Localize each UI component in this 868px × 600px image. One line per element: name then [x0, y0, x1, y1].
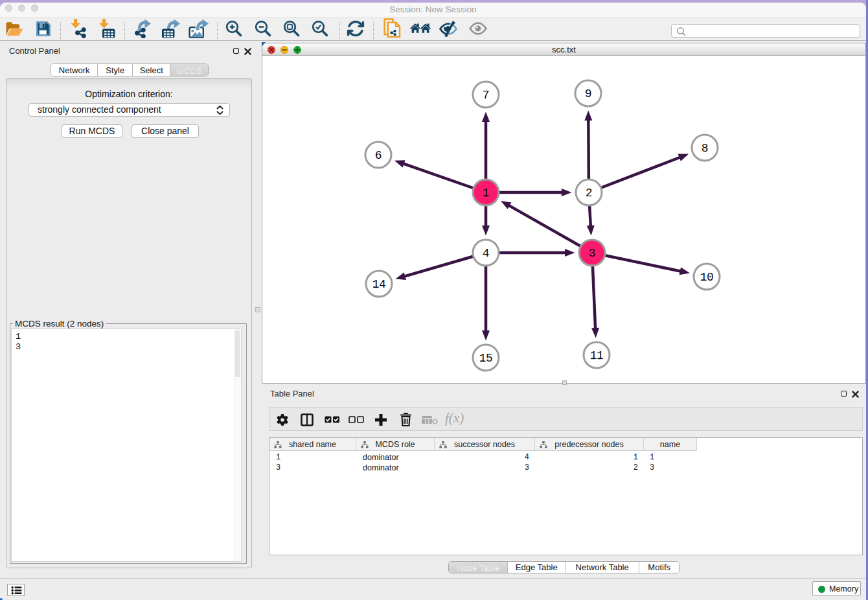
svg-text:3: 3 [589, 247, 595, 260]
svg-text:10: 10 [700, 271, 714, 284]
svg-text:4: 4 [483, 247, 489, 260]
svg-text:2: 2 [586, 187, 592, 200]
svg-text:9: 9 [585, 87, 591, 100]
svg-text:1: 1 [483, 187, 489, 200]
svg-text:14: 14 [372, 278, 386, 291]
svg-text:8: 8 [702, 142, 708, 155]
svg-text:15: 15 [479, 352, 493, 365]
svg-text:6: 6 [375, 149, 382, 162]
svg-text:11: 11 [590, 349, 604, 362]
svg-text:7: 7 [483, 89, 489, 102]
